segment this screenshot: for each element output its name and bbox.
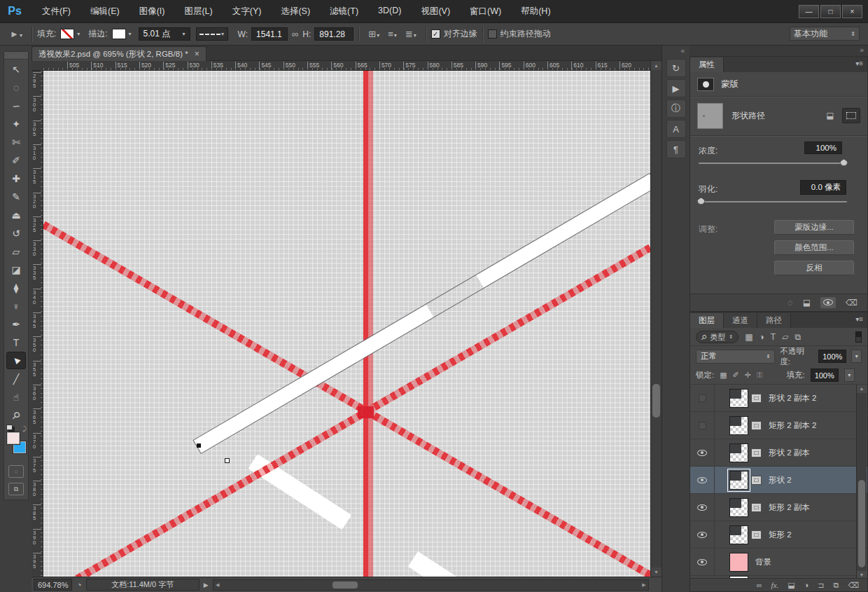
filtering-toggle[interactable] [855, 331, 862, 343]
selected-shape-2-path[interactable] [192, 173, 650, 454]
tool-preset-icon[interactable]: ►▾ [10, 29, 22, 39]
layer-name[interactable]: 背景 [755, 557, 771, 567]
scroll-up-icon[interactable]: ▲ [651, 61, 662, 70]
history-brush-tool[interactable]: ↺ [6, 224, 26, 242]
path-alignment-icon[interactable]: ≡▾ [388, 29, 397, 39]
path-arrangement-icon[interactable]: ≣▾ [405, 29, 416, 39]
visibility-toggle[interactable] [690, 521, 715, 548]
menu-item-view[interactable]: 视图(V) [412, 3, 458, 20]
lock-all-icon[interactable]: ⚿ [757, 371, 762, 380]
stroke-swatch[interactable] [112, 29, 126, 39]
swap-colors-icon[interactable]: ⤸ [23, 425, 27, 433]
healing-brush-tool[interactable]: ✚ [6, 170, 26, 187]
fill-swatch[interactable] [60, 29, 74, 39]
visibility-toggle[interactable] [690, 412, 715, 439]
layer-name[interactable]: 矩形 2 副本 2 [769, 420, 816, 431]
color-range-button[interactable]: 颜色范围... [774, 240, 854, 255]
enable-mask-eye-icon[interactable] [820, 297, 836, 308]
lock-pixels-icon[interactable]: ✐ [733, 371, 739, 380]
width-field[interactable]: 1541.1 [251, 27, 288, 41]
invert-button[interactable]: 反相 [774, 261, 854, 275]
tab-layers[interactable]: 图层 [690, 313, 724, 328]
vertical-ruler[interactable]: 2 9 53 0 03 0 53 1 03 1 53 2 03 2 53 3 0… [31, 71, 43, 577]
layer-thumbnail[interactable] [729, 389, 748, 408]
hand-tool[interactable]: ☝ [6, 388, 26, 406]
layer-name[interactable]: 形状 2 [769, 475, 792, 486]
character-panel-icon[interactable]: A [666, 120, 686, 138]
density-slider-thumb[interactable] [840, 159, 848, 166]
layer-row-shape-2-copy[interactable]: 形状 2 副本 [690, 439, 867, 467]
visibility-toggle[interactable] [690, 467, 715, 493]
opacity-value[interactable]: 100% [818, 350, 846, 363]
blur-tool[interactable]: ⧫ [6, 279, 26, 296]
zoom-tool[interactable]: ⚲ [6, 406, 26, 424]
layer-thumbnail[interactable] [729, 443, 748, 462]
path-anchor-point[interactable] [225, 458, 230, 463]
path-anchor-point[interactable] [197, 443, 201, 448]
vertical-scrollbar[interactable]: ▲ ▼ [650, 61, 662, 577]
layer-thumbnail[interactable] [729, 553, 748, 572]
menu-item-type[interactable]: 文字(Y) [224, 3, 270, 20]
fill-dropdown-icon[interactable]: ▾ [77, 31, 80, 37]
new-group-folder-icon[interactable]: ⊐ [818, 581, 824, 590]
blend-mode-dropdown[interactable]: 正常⇕ [696, 350, 775, 364]
visibility-toggle[interactable] [690, 439, 715, 466]
info-panel-icon[interactable]: ⓘ [666, 99, 686, 118]
filter-adjustment-layers-icon[interactable]: ◑ [760, 332, 764, 342]
vertical-scroll-thumb[interactable] [652, 384, 660, 418]
layers-scrollbar[interactable]: ▲ ▼ [856, 385, 867, 579]
layer-name[interactable]: 形状 2 副本 [769, 448, 810, 458]
minimize-button[interactable]: — [799, 5, 819, 18]
menu-item-edit[interactable]: 编辑(E) [82, 3, 128, 20]
canvas[interactable] [43, 71, 650, 577]
scroll-up-icon[interactable]: ▲ [857, 385, 867, 393]
stroke-type-dropdown[interactable]: ▾ [196, 27, 228, 41]
magic-wand-tool[interactable]: ✦ [6, 115, 26, 132]
menu-item-image[interactable]: 图像(I) [131, 3, 174, 20]
scroll-right-icon[interactable]: ▶ [640, 580, 648, 590]
add-layer-mask-icon[interactable]: ⬓ [788, 581, 794, 590]
line-tool[interactable]: ╱ [6, 370, 26, 387]
path-operations-icon[interactable]: ⊞▾ [368, 29, 379, 39]
move-tool[interactable]: ↖ [6, 60, 26, 78]
horizontal-scrollbar[interactable]: ◀ ▶ [213, 579, 649, 591]
filter-shape-layers-icon[interactable]: ▱ [782, 332, 788, 342]
lasso-tool[interactable]: ∽ [6, 97, 26, 114]
marquee-tool[interactable]: ◌ [6, 78, 26, 96]
layer-thumbnail[interactable] [729, 525, 748, 544]
link-wh-icon[interactable]: ∞ [292, 29, 298, 39]
workspace-switcher[interactable]: 基本功能⇕ [790, 27, 860, 41]
add-pixel-mask-icon[interactable]: ⬓ [822, 110, 838, 122]
layer-thumbnail[interactable] [729, 416, 748, 435]
new-layer-icon[interactable]: ⧉ [834, 581, 839, 590]
expand-dock-icon[interactable]: « [680, 47, 685, 55]
shape-rectangle-2-copy[interactable] [248, 454, 351, 530]
load-selection-icon[interactable]: ◌ [788, 298, 793, 308]
horizontal-scroll-thumb[interactable] [332, 581, 358, 588]
clone-stamp-tool[interactable]: ⏏ [6, 206, 26, 223]
lock-transparency-icon[interactable]: ▦ [720, 371, 727, 380]
tab-close-icon[interactable]: × [195, 49, 200, 59]
close-button[interactable]: × [842, 5, 862, 18]
vector-mask-icon[interactable] [842, 108, 860, 123]
menu-item-filter[interactable]: 滤镜(T) [321, 3, 367, 20]
link-layers-icon[interactable]: ∞ [757, 581, 762, 589]
crop-tool[interactable]: ✄ [6, 133, 26, 151]
foreground-color-swatch[interactable] [7, 432, 20, 444]
menu-item-file[interactable]: 文件(F) [34, 3, 79, 20]
brush-tool[interactable]: ✎ [6, 188, 26, 205]
opacity-dropdown-icon[interactable]: ▾ [851, 350, 862, 363]
stroke-dropdown-icon[interactable]: ▾ [129, 31, 132, 37]
visibility-toggle[interactable] [690, 549, 715, 575]
zoom-level-field[interactable]: 694.78% [34, 579, 72, 591]
menu-item-3d[interactable]: 3D(D) [370, 3, 410, 20]
default-colors-icon[interactable] [6, 425, 13, 430]
layers-scroll-thumb[interactable] [858, 480, 865, 567]
menu-item-window[interactable]: 窗口(W) [461, 3, 510, 20]
scroll-down-icon[interactable]: ▼ [651, 567, 662, 577]
collapse-panels-icon[interactable]: » [860, 46, 864, 54]
scroll-left-icon[interactable]: ◀ [214, 580, 222, 590]
gradient-tool[interactable]: ◪ [6, 261, 26, 278]
history-panel-icon[interactable]: ↻ [666, 59, 686, 77]
stroke-size-field[interactable]: 5.01 点▾ [139, 27, 190, 41]
